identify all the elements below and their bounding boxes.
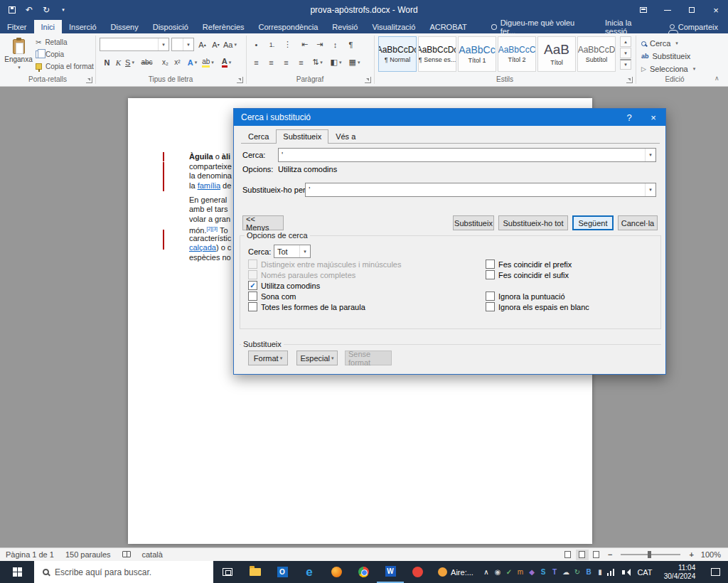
word-button[interactable]: W <box>377 561 404 583</box>
collapse-ribbon-icon[interactable]: ∧ <box>714 75 719 82</box>
sign-in-button[interactable]: Inicia la sessió <box>598 20 663 33</box>
tab-visualitzacio[interactable]: Visualització <box>365 20 422 33</box>
shading-button[interactable]: ◧▾ <box>330 56 342 68</box>
tab-substitueix[interactable]: Substitueix <box>276 129 328 144</box>
align-left-button[interactable]: ≡ <box>250 56 262 68</box>
italic-button[interactable]: K <box>112 56 124 68</box>
tellme-box[interactable]: Digueu-me què voleu fer... <box>484 20 598 33</box>
calcada-link[interactable]: calçada <box>189 243 216 252</box>
search-scope-dropdown[interactable]: Tot ▾ <box>274 245 311 258</box>
decrease-indent-button[interactable]: ⇤ <box>299 38 311 50</box>
ignore-whitespace-checkbox[interactable]: Ignora els espais en blanc <box>486 302 589 311</box>
zoom-out-button[interactable]: − <box>604 550 616 559</box>
battery-icon[interactable]: ▮ <box>594 568 606 576</box>
clipboard-dialog-launcher-icon[interactable] <box>86 77 92 83</box>
format-button[interactable]: Format▾ <box>248 351 288 365</box>
language-switch[interactable]: CAT <box>633 561 657 583</box>
style-heading1[interactable]: AaBbCc Títol 1 <box>458 36 496 72</box>
dialog-help-icon[interactable]: ? <box>617 109 641 126</box>
increase-indent-button[interactable]: ⇥ <box>314 38 326 50</box>
print-layout-button[interactable] <box>576 550 589 560</box>
undo-icon[interactable]: ↶ <box>24 5 34 15</box>
read-mode-button[interactable] <box>562 550 574 560</box>
cancel-button[interactable]: Cancel·la <box>618 215 658 230</box>
taskbar-search-box[interactable]: Escribe aquí para buscar. <box>34 561 213 583</box>
copy-button[interactable]: Copia <box>36 50 64 58</box>
font-dialog-launcher-icon[interactable] <box>237 77 243 83</box>
chrome-button[interactable] <box>350 561 377 583</box>
web-layout-button[interactable] <box>590 550 603 560</box>
tab-insercio[interactable]: Inserció <box>62 20 104 33</box>
font-size-combobox[interactable]: ▾ <box>171 38 194 51</box>
tray-expand-icon[interactable]: ∧ <box>481 568 492 576</box>
match-suffix-checkbox[interactable]: Fes coincidir el sufix <box>486 270 569 279</box>
start-button[interactable] <box>0 561 34 583</box>
select-button[interactable]: ▷ Selecciona ▾ <box>641 65 695 73</box>
dialog-title-bar[interactable]: Cerca i substitució ? × <box>234 109 665 126</box>
style-heading2[interactable]: AaBbCcC Títol 2 <box>498 36 536 72</box>
bluetooth-icon[interactable]: B <box>583 568 594 576</box>
tab-disseny[interactable]: Disseny <box>104 20 146 33</box>
replace-one-button[interactable]: Substitueix <box>453 215 494 230</box>
ribbon-display-options-icon[interactable] <box>631 0 655 20</box>
match-prefix-checkbox[interactable]: Fes coincidir el prefix <box>486 260 572 269</box>
special-button[interactable]: Especial▾ <box>296 351 338 365</box>
file-explorer-button[interactable] <box>242 561 269 583</box>
align-right-button[interactable]: ≡ <box>280 56 292 68</box>
redo-icon[interactable]: ↻ <box>41 5 51 15</box>
styles-scroll-down-icon[interactable]: ▾ <box>620 48 631 58</box>
edge-button[interactable]: e <box>296 561 323 583</box>
proofing-icon[interactable] <box>117 550 136 559</box>
bullets-button[interactable]: • <box>250 38 262 50</box>
location-icon[interactable]: ◉ <box>492 568 503 576</box>
styles-scroll-up-icon[interactable]: ▴ <box>620 36 631 47</box>
restore-icon[interactable] <box>680 0 704 20</box>
tab-inici[interactable]: Inici <box>34 20 63 33</box>
styles-gallery-more-icon[interactable]: ▾ <box>620 59 631 70</box>
whole-words-checkbox[interactable]: Només paraules completes <box>248 270 355 279</box>
line-spacing-button[interactable]: ⇅▾ <box>311 56 323 68</box>
strikethrough-button[interactable]: abc <box>141 56 153 68</box>
paste-button[interactable]: Enganxa ▾ <box>4 36 33 74</box>
news-button[interactable] <box>404 561 431 583</box>
replace-all-button[interactable]: Substitueix-ho tot <box>498 215 568 230</box>
word-count[interactable]: 150 paraules <box>60 550 117 559</box>
reference-link[interactable]: [2][3] <box>206 226 218 231</box>
match-case-checkbox[interactable]: Distingeix entre majúscules i minúscules <box>248 260 401 269</box>
replace-button[interactable]: ab Substitueix <box>641 52 690 60</box>
language-indicator[interactable]: català <box>136 550 168 559</box>
show-paragraph-marks-button[interactable]: ¶ <box>345 38 357 50</box>
find-what-combobox[interactable]: ' ▾ <box>278 148 656 162</box>
subscript-button[interactable]: x₂ <box>159 56 171 68</box>
underline-button[interactable]: S▾ <box>124 56 136 68</box>
volume-icon[interactable] <box>617 570 633 574</box>
tab-acrobat[interactable]: ACROBAT <box>422 20 473 33</box>
minimize-icon[interactable] <box>655 0 680 20</box>
zoom-slider-thumb[interactable] <box>648 551 651 558</box>
multilevel-list-button[interactable]: ⋮ <box>282 38 294 50</box>
ignore-punctuation-checkbox[interactable]: Ignora la puntuació <box>486 292 565 301</box>
sync-icon[interactable]: ↻ <box>572 568 583 576</box>
weather-widget[interactable]: Aire:... <box>431 561 481 583</box>
zoom-in-button[interactable]: + <box>685 550 697 559</box>
superscript-button[interactable]: x² <box>171 56 183 68</box>
zoom-level[interactable]: 100% <box>698 550 728 559</box>
paragraph-dialog-launcher-icon[interactable] <box>365 77 371 83</box>
font-color-button[interactable]: A▾ <box>220 56 232 68</box>
action-center-button[interactable] <box>702 561 728 583</box>
style-subtitle[interactable]: AaBbCcD Subtítol <box>577 36 616 72</box>
familia-link[interactable]: família <box>198 181 220 190</box>
no-format-button[interactable]: Sense format <box>345 351 392 365</box>
shrink-font-button[interactable]: A▾ <box>210 38 222 50</box>
qat-customize-icon[interactable]: ▾ <box>58 7 68 13</box>
tab-referencies[interactable]: Referències <box>196 20 252 33</box>
task-view-button[interactable] <box>213 561 242 583</box>
onedrive-icon[interactable]: ☁ <box>560 568 572 576</box>
find-button[interactable]: Cerca ▾ <box>641 39 678 48</box>
tab-disposicio[interactable]: Disposició <box>146 20 196 33</box>
page-indicator[interactable]: Pàgina 1 de 1 <box>0 550 60 559</box>
firefox-button[interactable] <box>323 561 350 583</box>
share-button[interactable]: Comparteix <box>663 20 725 33</box>
tab-correspondencia[interactable]: Correspondència <box>252 20 326 33</box>
highlight-color-button[interactable]: ab▾ <box>202 56 214 68</box>
